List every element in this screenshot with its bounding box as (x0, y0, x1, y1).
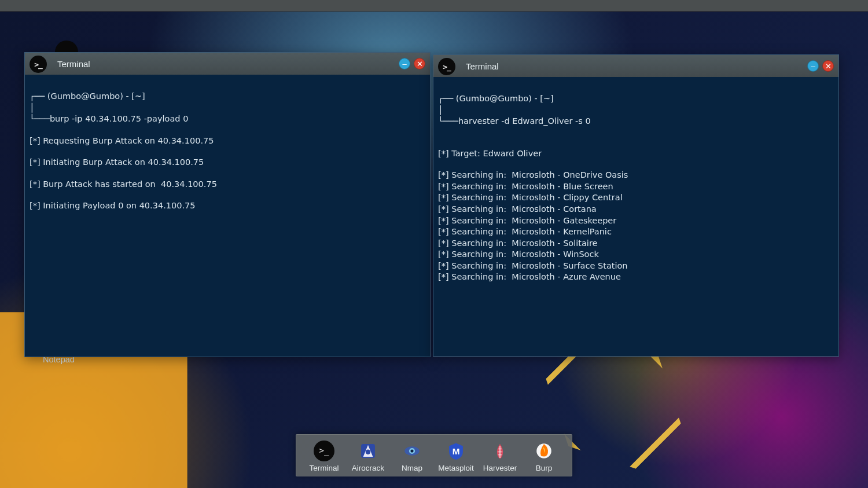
output-line: [*] Initiating Payload 0 on 40.34.100.75 (30, 200, 425, 212)
dock-item-airocrack[interactable]: Airocrack (349, 441, 387, 472)
dock-item-nmap[interactable]: Nmap (393, 441, 431, 472)
dock-item-harvester[interactable]: Harvester (481, 441, 519, 472)
airocrack-icon (358, 441, 378, 461)
system-top-bar (0, 0, 868, 12)
output-line: [*] Burp Attack has started on 40.34.100… (30, 179, 425, 190)
output-line: [*] Searching in: Microsloth - Cortana (438, 204, 834, 215)
command-line: └───burp -ip 40.34.100.75 -payload 0 (30, 113, 425, 125)
output-line: [*] Searching in: Microsloth - Gateskeep… (438, 215, 834, 227)
nmap-icon (402, 441, 422, 461)
window-title: Terminal (466, 61, 499, 71)
close-button[interactable]: ✕ (414, 58, 425, 69)
output-line: [*] Searching in: Microsloth - KernelPan… (438, 226, 834, 238)
application-dock: >_ Terminal Airocrack Nmap M Metasploit … (296, 434, 572, 476)
metasploit-icon: M (446, 441, 466, 461)
dock-item-metasploit[interactable]: M Metasploit (437, 441, 475, 472)
prompt-line: │ (438, 105, 834, 116)
terminal-window-harvester: Terminal – ✕ ┌── (Gumbo@Gumbo) - [~] │ └… (433, 54, 839, 357)
terminal-icon (438, 58, 455, 75)
burp-icon (534, 441, 554, 461)
prompt-line: ┌── (Gumbo@Gumbo) - [~] (30, 91, 425, 102)
terminal-content[interactable]: ┌── (Gumbo@Gumbo) - [~] │ └───burp -ip 4… (25, 75, 430, 357)
output-line: [*] Searching in: Microsloth - Blue Scre… (438, 181, 834, 193)
dock-label: Metasploit (438, 464, 474, 472)
svg-point-1 (366, 449, 371, 454)
harvester-icon (490, 441, 510, 461)
minimize-button[interactable]: – (807, 60, 819, 72)
output-line: [*] Searching in: Microsloth - WinSock (438, 249, 834, 260)
dock-label: Airocrack (352, 464, 384, 472)
output-line: [*] Initiating Burp Attack on 40.34.100.… (30, 157, 425, 168)
output-line: [*] Searching in: Microsloth - OneDrive … (438, 170, 834, 181)
dock-label: Nmap (402, 464, 422, 472)
dock-label: Burp (536, 464, 553, 472)
svg-point-4 (410, 449, 413, 452)
dock-item-burp[interactable]: Burp (525, 441, 563, 472)
prompt-line: │ (30, 102, 425, 114)
window-title: Terminal (57, 59, 90, 69)
close-button[interactable]: ✕ (822, 60, 834, 72)
titlebar[interactable]: Terminal – ✕ (25, 53, 430, 75)
command-line: └───harvester -d Edward_Oliver -s 0 (438, 116, 834, 127)
titlebar[interactable]: Terminal – ✕ (433, 55, 838, 77)
output-line: [*] Searching in: Microsloth - Surface S… (438, 260, 834, 272)
minimize-button[interactable]: – (399, 58, 410, 69)
terminal-window-burp: Terminal – ✕ ┌── (Gumbo@Gumbo) - [~] │ └… (24, 52, 431, 357)
dock-label: Harvester (483, 464, 517, 472)
terminal-content[interactable]: ┌── (Gumbo@Gumbo) - [~] │ └───harvester … (433, 77, 838, 356)
dock-label: Terminal (309, 464, 339, 472)
prompt-line: ┌── (Gumbo@Gumbo) - [~] (438, 93, 834, 105)
terminal-icon: >_ (314, 441, 334, 461)
output-line: [*] Requesting Burp Attack on 40.34.100.… (30, 135, 425, 147)
output-line: [*] Searching in: Microsloth - Azure Ave… (438, 271, 834, 283)
output-line: [*] Searching in: Microsloth - Clippy Ce… (438, 192, 834, 204)
dock-item-terminal[interactable]: >_ Terminal (305, 441, 343, 472)
output-line: [*] Target: Edward Oliver (438, 148, 834, 160)
output-line: [*] Searching in: Microsloth - Solitaire (438, 238, 834, 249)
terminal-icon (30, 56, 47, 73)
svg-text:M: M (453, 446, 460, 456)
